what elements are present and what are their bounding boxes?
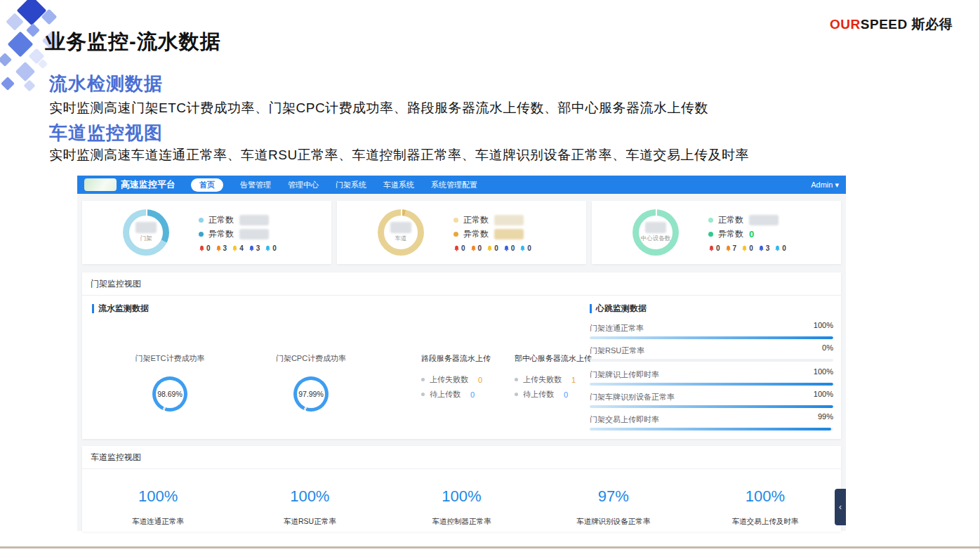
donut-center-label: 门架 xyxy=(140,235,152,243)
redacted-normal-value xyxy=(494,215,524,225)
bell-icon-blue xyxy=(758,244,764,252)
normal-label: 正常数 xyxy=(208,214,234,226)
heartbeat-row-connectivity: 门架连通正常率 100% xyxy=(590,321,833,339)
logo-part-cn: 斯必得 xyxy=(908,17,953,32)
progress-bar xyxy=(590,405,833,408)
upload-fail-count: 0 xyxy=(478,376,482,384)
page-title: 业务监控-流水数据 xyxy=(45,28,221,56)
redacted-normal-value xyxy=(749,215,779,225)
normal-dot-icon xyxy=(708,218,713,223)
nav-tab-home[interactable]: 首页 xyxy=(191,178,223,192)
lane-monitoring-panel: 车道监控视图 100% 车道连通正常率 100% 车道RSU正常率 100% 车… xyxy=(82,446,841,532)
bell-icon-orange xyxy=(216,244,222,252)
bell-icon-red xyxy=(708,244,715,252)
heartbeat-row-transaction: 门架交易上传即时率 99% xyxy=(590,412,833,431)
normal-label: 正常数 xyxy=(463,214,489,226)
bell-icon-blue xyxy=(503,244,510,252)
summary-cards-row: 门架 正常数 异常数 0 3 xyxy=(77,194,846,264)
redacted-normal-value xyxy=(239,215,269,225)
bell-icon-red xyxy=(199,244,205,252)
gantry-panel-title: 门架监控视图 xyxy=(82,272,841,296)
donut-center-label: 车道 xyxy=(395,235,407,243)
abnormal-dot-icon xyxy=(453,232,458,237)
bell-icon-blue xyxy=(249,244,255,252)
section-desc-flow: 实时监测高速门架ETC计费成功率、门架CPC计费成功率、路段服务器流水上传数、部… xyxy=(49,99,708,117)
lane-donut-chart: 车道 xyxy=(378,209,424,256)
app-logo-blurred xyxy=(84,178,117,191)
bell-icon-yellow xyxy=(486,244,493,252)
chevron-left-icon: ‹ xyxy=(839,502,842,512)
alarm-bells: 0 7 0 3 0 xyxy=(708,244,791,252)
nav-tab-system-config[interactable]: 系统管理配置 xyxy=(431,180,477,190)
normal-dot-icon xyxy=(199,218,204,223)
bell-icon-orange xyxy=(725,244,731,252)
center-devices-legend: 正常数 异常数 0 0 7 0 3 0 xyxy=(708,213,791,252)
donut-center-label: 中心设备数 xyxy=(641,235,671,243)
bell-icon-yellow xyxy=(741,244,748,252)
normal-label: 正常数 xyxy=(718,214,743,226)
bell-icon-red xyxy=(453,244,460,252)
heartbeat-row-plate-device: 门架车牌识别设备正常率 100% xyxy=(590,390,833,408)
lane-metrics-row: 100% 车道连通正常率 100% 车道RSU正常率 100% 车道控制器正常率… xyxy=(82,469,841,527)
summary-card-gantry: 门架 正常数 异常数 0 3 xyxy=(82,201,331,264)
navbar: 高速监控平台 首页 告警管理 管理中心 门架系统 车道系统 系统管理配置 Adm… xyxy=(77,176,846,194)
summary-card-center-devices: 中心设备数 正常数 异常数 0 0 xyxy=(592,201,841,264)
bell-icon-orange xyxy=(470,244,477,252)
section-heading-flow: 流水检测数据 xyxy=(49,72,163,96)
flow-section-header: 流水监测数据 xyxy=(92,303,149,315)
section-heading-lane: 车道监控视图 xyxy=(49,121,163,145)
lane-metric-connectivity: 100% 车道连通正常率 xyxy=(82,487,234,527)
pending-upload-count: 0 xyxy=(470,390,475,399)
nav-tabs: 首页 告警管理 管理中心 门架系统 车道系统 系统管理配置 xyxy=(191,178,477,192)
abnormal-value: 0 xyxy=(749,229,754,239)
heartbeat-row-rsu: 门架RSU正常率 0% xyxy=(590,343,833,362)
heartbeat-row-plate-upload: 门架牌识上传即时率 100% xyxy=(590,367,833,386)
dot-icon xyxy=(515,378,518,381)
lane-metric-rsu: 100% 车道RSU正常率 xyxy=(234,487,385,527)
pending-upload-count: 0 xyxy=(564,390,568,399)
bell-icon-yellow xyxy=(232,244,238,252)
nav-tab-alerts[interactable]: 告警管理 xyxy=(240,180,271,190)
brand-logo: OURSPEED 斯必得 xyxy=(830,15,953,34)
center-devices-donut-chart: 中心设备数 xyxy=(633,209,679,256)
nav-tab-gantry-system[interactable]: 门架系统 xyxy=(336,180,366,190)
gauge-cpc: 门架CPC计费成功率 97.99% xyxy=(262,353,360,412)
user-menu[interactable]: Admin ▾ xyxy=(811,180,839,190)
dot-icon xyxy=(421,378,425,381)
progress-bar xyxy=(590,383,833,386)
nav-tab-lane-system[interactable]: 车道系统 xyxy=(383,180,414,190)
dot-icon xyxy=(515,393,518,396)
slide-bottom-rule xyxy=(0,546,980,548)
dot-icon xyxy=(421,393,425,396)
etc-ring-gauge: 98.69% xyxy=(152,376,187,412)
nav-tab-admin-center[interactable]: 管理中心 xyxy=(288,180,319,190)
gauge-etc: 门架ETC计费成功率 98.69% xyxy=(121,353,219,412)
lane-legend: 正常数 异常数 0 0 0 0 0 xyxy=(453,213,536,252)
normal-dot-icon xyxy=(453,218,458,223)
bell-icon-cyan xyxy=(265,244,271,252)
gantry-donut-chart: 门架 xyxy=(123,209,169,256)
section-bar-icon xyxy=(92,304,94,313)
abnormal-label: 异常数 xyxy=(208,228,234,240)
upload-fail-count: 1 xyxy=(571,376,576,384)
section-desc-lane: 实时监测高速车道连通正常率、车道RSU正常率、车道控制器正常率、车道牌识别设备正… xyxy=(49,146,749,164)
lane-metric-transaction: 100% 车道交易上传及时率 xyxy=(689,487,841,527)
chevron-down-icon: ▾ xyxy=(835,180,839,189)
alarm-bells: 0 0 0 0 0 xyxy=(453,244,536,252)
logo-part-speed: SPEED xyxy=(861,17,908,32)
lane-metric-controller: 100% 车道控制器正常率 xyxy=(385,487,537,527)
redacted-abnormal-value xyxy=(239,229,269,239)
heartbeat-section-header: 心跳监测数据 xyxy=(590,303,647,315)
abnormal-dot-icon xyxy=(199,232,204,237)
bell-icon-cyan xyxy=(519,244,526,252)
redacted-total-value xyxy=(135,222,157,233)
logo-part-our: OUR xyxy=(830,17,861,32)
dashboard-screenshot: 高速监控平台 首页 告警管理 管理中心 门架系统 车道系统 系统管理配置 Adm… xyxy=(77,176,846,531)
drawer-toggle-button[interactable]: ‹ xyxy=(835,489,846,525)
abnormal-label: 异常数 xyxy=(463,228,489,240)
summary-card-lane: 车道 正常数 异常数 0 0 xyxy=(337,201,586,264)
progress-bar xyxy=(590,428,833,431)
road-server-upload-stats: 路段服务器流水上传 上传失败数 0 待上传数 0 xyxy=(421,353,519,402)
abnormal-label: 异常数 xyxy=(718,228,743,240)
lane-panel-title: 车道监控视图 xyxy=(82,446,841,469)
